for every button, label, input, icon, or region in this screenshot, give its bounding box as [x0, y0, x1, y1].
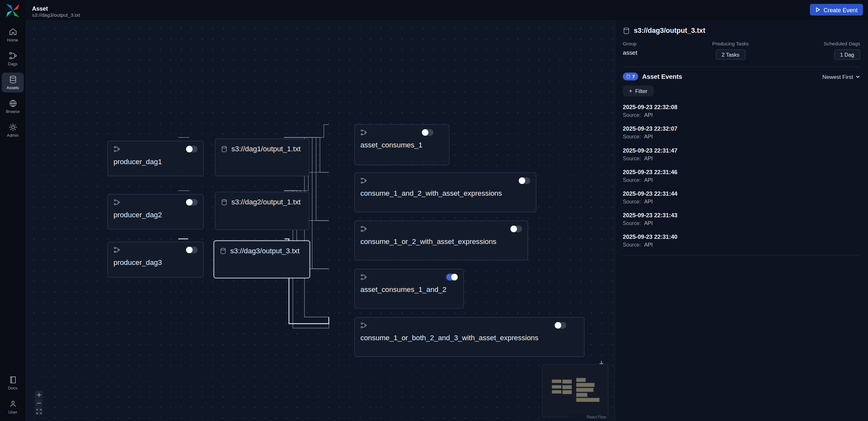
app-window: Home Dags Assets Browse Admin Docs User [0, 0, 868, 421]
breadcrumb-subtitle: s3://dag3/output_3.txt [32, 12, 80, 18]
minus-icon [36, 400, 41, 405]
plus-icon [36, 392, 41, 397]
docs-icon [9, 375, 17, 384]
asset-graph-canvas[interactable]: producer_dag1 s3://dag1/output_1.txt pro… [25, 20, 614, 421]
sidebar-item-admin[interactable]: Admin [2, 120, 24, 140]
source-label: Source: [623, 155, 641, 161]
dag-pause-toggle[interactable] [555, 322, 566, 329]
dag-icon [361, 129, 367, 136]
dag-icon [114, 247, 120, 253]
graph-node-producer-dag1[interactable]: producer_dag1 [107, 141, 204, 176]
graph-node-asset-dag2-output1[interactable]: s3://dag2/output_1.txt [215, 192, 309, 230]
fit-view-button[interactable] [35, 408, 42, 415]
graph-node-consume-1-or-2[interactable]: consume_1_or_2_with_asset_expressions [354, 221, 528, 260]
minimap[interactable] [542, 365, 608, 417]
sidebar-item-browse[interactable]: Browse [2, 96, 24, 116]
event-timestamp: 2025-09-23 22:31:43 [623, 212, 860, 219]
dag-icon [361, 274, 367, 281]
event-timestamp: 2025-09-23 22:31:47 [623, 147, 860, 153]
asset-event-row: 2025-09-23 22:32:07 Source:API [623, 125, 860, 140]
plus-icon: + [629, 89, 632, 93]
source-value: API [644, 242, 653, 248]
dag-pause-toggle[interactable] [519, 177, 530, 184]
node-label: s3://dag2/output_1.txt [231, 198, 301, 206]
divider [623, 255, 860, 256]
source-value: API [644, 198, 653, 204]
sidebar-item-label: Admin [7, 133, 19, 138]
zoom-out-button[interactable] [35, 399, 42, 407]
source-label: Source: [623, 112, 641, 118]
node-label: asset_consumes_1 [361, 141, 443, 149]
dag-pause-toggle[interactable] [186, 146, 198, 152]
asset-event-row: 2025-09-23 22:31:40 Source:API [623, 233, 860, 248]
graph-node-consume-1-or-both-2-and-3[interactable]: consume_1_or_both_2_and_3_with_asset_exp… [354, 317, 585, 357]
asset-event-row: 2025-09-23 22:31:44 Source:API [623, 190, 860, 205]
sidebar-item-dags[interactable]: Dags [2, 49, 24, 69]
graph-node-producer-dag2[interactable]: producer_dag2 [107, 194, 204, 229]
sidebar-item-label: Home [7, 38, 18, 43]
sidebar-item-assets[interactable]: Assets [2, 73, 24, 93]
event-timestamp: 2025-09-23 22:31:40 [623, 233, 860, 240]
node-label: consume_1_and_2_with_asset_expressions [361, 189, 530, 197]
sidebar-item-user[interactable]: User [2, 397, 24, 417]
sidebar-item-label: User [8, 410, 17, 414]
zoom-in-button[interactable] [35, 391, 42, 398]
stat-value-producing-tasks[interactable]: 2 Tasks [716, 49, 745, 60]
node-label: producer_dag2 [114, 210, 198, 219]
dag-pause-toggle[interactable] [510, 226, 522, 232]
database-icon [626, 74, 630, 79]
database-icon [623, 27, 630, 34]
source-value: API [644, 134, 653, 140]
source-label: Source: [623, 198, 641, 204]
dag-icon [361, 226, 367, 232]
filter-label: Filter [635, 88, 648, 94]
asset-event-row: 2025-09-23 22:31:46 Source:API [623, 168, 860, 183]
stat-label: Group [623, 41, 637, 46]
sidebar-item-label: Browse [6, 109, 20, 114]
asset-event-row: 2025-09-23 22:31:43 Source:API [623, 212, 860, 226]
panel-title: s3://dag3/output_3.txt [634, 27, 705, 34]
graph-node-producer-dag3[interactable]: producer_dag3 [107, 242, 204, 278]
graph-node-asset-consumes-1[interactable]: asset_consumes_1 [354, 124, 450, 165]
graph-node-asset-consumes-1-and-2[interactable]: asset_consumes_1_and_2 [354, 269, 464, 309]
top-header: Asset s3://dag3/output_3.txt Create Even… [25, 0, 868, 20]
dag-pause-toggle[interactable] [186, 199, 198, 206]
dag-icon [361, 322, 367, 329]
dag-pause-toggle[interactable] [446, 274, 458, 281]
source-label: Source: [623, 242, 641, 248]
asset-event-row: 2025-09-23 22:32:08 Source:API [623, 104, 860, 118]
event-timestamp: 2025-09-23 22:32:07 [623, 125, 860, 132]
home-icon [9, 28, 17, 36]
graph-node-consume-1-and-2[interactable]: consume_1_and_2_with_asset_expressions [354, 172, 536, 213]
sidebar-item-label: Assets [6, 85, 19, 90]
graph-node-asset-dag3-output3-selected[interactable]: s3://dag3/output_3.txt [214, 241, 310, 278]
asset-events-title: Asset Events [642, 73, 682, 80]
source-value: API [644, 220, 653, 226]
filter-button[interactable]: + Filter [623, 85, 654, 96]
dag-pause-toggle[interactable] [186, 247, 198, 253]
dag-icon [361, 177, 367, 184]
source-label: Source: [623, 220, 641, 226]
admin-gear-icon [9, 123, 17, 131]
source-value: API [644, 155, 653, 161]
dag-pause-toggle[interactable] [422, 129, 433, 136]
create-event-button[interactable]: Create Event [810, 4, 863, 16]
asset-events-list: 2025-09-23 22:32:08 Source:API 2025-09-2… [623, 104, 860, 256]
asset-stats: Group asset Producing Tasks 2 Tasks Sche… [623, 41, 860, 60]
stat-label: Producing Tasks [712, 41, 749, 46]
dag-icon [114, 199, 120, 206]
play-icon [815, 7, 820, 12]
sidebar-item-home[interactable]: Home [2, 25, 24, 45]
sort-dropdown[interactable]: Newest First [823, 74, 860, 80]
source-label: Source: [623, 134, 641, 140]
stat-value-scheduled-dags[interactable]: 1 Dag [834, 49, 860, 60]
divider [623, 67, 860, 67]
sidebar-item-docs[interactable]: Docs [2, 373, 24, 393]
source-value: API [644, 177, 653, 183]
graph-node-asset-dag1-output1[interactable]: s3://dag1/output_1.txt [215, 138, 309, 176]
dag-icon [114, 146, 120, 152]
reactflow-attribution: React Flow [568, 415, 608, 419]
database-icon [220, 248, 227, 254]
node-label: asset_consumes_1_and_2 [361, 285, 458, 294]
airflow-logo-icon [5, 3, 20, 18]
